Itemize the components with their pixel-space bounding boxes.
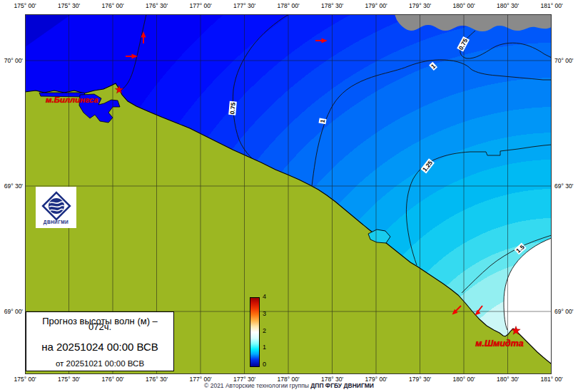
forecast-valid-time: на 20251024 00:00 ВСВ bbox=[26, 341, 173, 353]
contour-label-0.75-0: 0.75 bbox=[228, 101, 237, 115]
axis-top-6: 178° 00' bbox=[273, 2, 304, 9]
place-shmidta: м.Шмидта bbox=[475, 339, 524, 349]
axis-top-0: 175° 00' bbox=[9, 2, 41, 9]
colorbar-tick-3: 3 bbox=[263, 310, 266, 317]
wave-forecast-map-page: 175° 00'175° 30'176° 00'176° 30'177° 00'… bbox=[0, 0, 578, 392]
axis-top-12: 181° 00' bbox=[536, 2, 567, 9]
axis-top-8: 179° 00' bbox=[360, 2, 392, 9]
colorbar-tick-0: 0 bbox=[263, 361, 266, 368]
copyright-prefix: © 2021 Авторские технологии группы bbox=[204, 382, 310, 389]
dvnigmi-logo: ДВНИГМИ bbox=[36, 187, 76, 228]
axis-top-4: 177° 00' bbox=[185, 2, 216, 9]
colorbar-tick-4: 4 bbox=[263, 293, 266, 300]
axis-top-2: 176° 00' bbox=[97, 2, 128, 9]
dvnigmi-emblem-icon bbox=[41, 191, 71, 221]
axis-top-1: 175° 30' bbox=[54, 2, 85, 9]
axis-top-9: 179° 30' bbox=[405, 2, 436, 9]
axis-top-7: 178° 30' bbox=[317, 2, 348, 9]
place-billingsa: м.Биллингса bbox=[46, 96, 98, 104]
colorbar-tick-1: 1 bbox=[263, 344, 266, 351]
axis-left-0: 70° 00' bbox=[0, 57, 23, 64]
wave-height-colorbar bbox=[250, 297, 260, 367]
colorbar-tick-2: 2 bbox=[263, 327, 266, 334]
copyright-line: © 2021 Авторские технологии группы ДПП Ф… bbox=[0, 382, 578, 389]
axis-top-10: 180° 00' bbox=[448, 2, 480, 9]
axis-top-11: 180° 30' bbox=[492, 2, 524, 9]
axis-right-0: 70° 00' bbox=[554, 57, 578, 64]
axis-left-1: 69° 30' bbox=[0, 182, 23, 190]
axis-top-5: 177° 30' bbox=[229, 2, 260, 9]
forecast-issue-time: от 20251021 00:00 ВСВ bbox=[26, 359, 173, 368]
axis-right-2: 69° 00' bbox=[554, 308, 578, 315]
colorbar-tick-labels: 43210 bbox=[263, 293, 266, 368]
forecast-info-box: Прогноз высоты волн (м) – 072ч. на 20251… bbox=[26, 311, 174, 371]
axis-top-3: 176° 30' bbox=[141, 2, 173, 9]
copyright-org: ДПП ФГБУ ДВНИГМИ bbox=[310, 382, 374, 389]
axis-left-2: 69° 00' bbox=[0, 308, 23, 315]
logo-caption: ДВНИГМИ bbox=[44, 220, 69, 225]
axis-right-1: 69° 30' bbox=[554, 182, 578, 190]
